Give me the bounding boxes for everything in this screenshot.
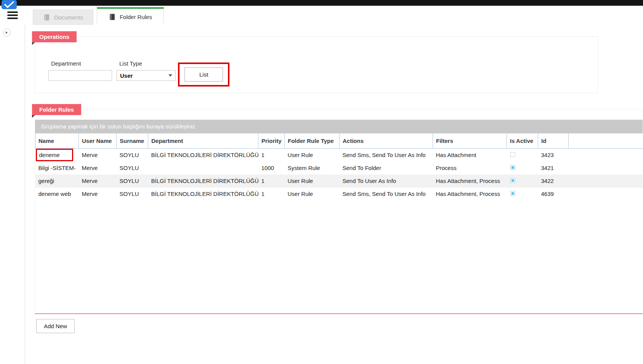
cell-filler	[569, 188, 643, 200]
department-label: Department	[51, 60, 112, 67]
column-header-priority[interactable]: Priority	[258, 133, 285, 149]
is-active-checkbox[interactable]	[510, 165, 515, 170]
cell-surname: SOYLU	[117, 188, 148, 200]
cell-priority: 1000	[258, 162, 285, 175]
column-header-id[interactable]: Id	[538, 133, 569, 149]
cell-actions: Send Sms, Send To User As Info	[340, 188, 433, 200]
cell-priority: 1	[258, 175, 285, 188]
cell-surname: SOYLU	[117, 175, 148, 188]
cell-department: BİLGİ TEKNOLOJİLERİ DİREKTÖRLÜĞÜ	[148, 188, 258, 200]
tab-documents[interactable]: Documents	[33, 10, 93, 25]
cell-name: deneme	[35, 149, 79, 162]
cell-id: 3423	[538, 149, 569, 162]
grid-group-drop-zone[interactable]: Gruplama yapmak için bir sütun başlığını…	[35, 120, 643, 133]
cell-name: gereği	[35, 175, 79, 188]
cell-id: 4639	[538, 188, 569, 200]
tab-documents-label: Documents	[54, 14, 83, 21]
cell-user-name: Merve	[79, 175, 117, 188]
cell-department: BİLGİ TEKNOLOJİLERİ DİREKTÖRLÜĞÜ	[148, 149, 258, 162]
department-input[interactable]	[48, 70, 112, 81]
list-button[interactable]: List	[184, 67, 223, 82]
cell-actions: Send To User As Info	[340, 175, 433, 188]
cell-name: Bilgi -SİSTEM-	[35, 162, 79, 175]
list-type-selected-value: User	[117, 72, 168, 79]
cell-department	[148, 162, 258, 175]
cell-priority: 1	[258, 149, 285, 162]
cell-is-active	[507, 175, 538, 188]
cell-filters: Has Attachment, Process	[433, 175, 507, 188]
cell-user-name: Merve	[79, 188, 117, 200]
annotation-box-name-cell: deneme	[36, 149, 73, 161]
cell-filters: Has Attachment, Process	[433, 188, 507, 200]
book-icon	[43, 14, 50, 21]
cell-filler	[569, 149, 643, 162]
tab-folder-rules[interactable]: Folder Rules	[97, 7, 164, 25]
folder-rules-panel: Folder Rules Gruplama yapmak için bir sü…	[35, 109, 643, 314]
is-active-checkbox[interactable]	[510, 178, 515, 183]
cell-rule-type: User Rule	[285, 188, 340, 200]
cell-is-active	[507, 162, 538, 175]
chevron-down-icon	[168, 74, 172, 77]
list-type-label: List Type	[119, 60, 176, 67]
is-active-checkbox[interactable]	[510, 191, 515, 196]
cell-user-name: Merve	[79, 149, 117, 162]
cell-surname: SOYLU	[117, 162, 148, 175]
cell-id: 3422	[538, 175, 569, 188]
tab-folder-rules-label: Folder Rules	[120, 14, 152, 20]
grid-empty-area	[35, 200, 643, 313]
operations-panel: Operations Department List Type User Lis…	[35, 36, 598, 93]
folder-rules-table: Name User Name Surname Department Priori…	[35, 133, 643, 200]
column-header-user-name[interactable]: User Name	[79, 133, 117, 149]
column-header-name[interactable]: Name	[35, 133, 79, 149]
cell-name: deneme web	[35, 188, 79, 200]
list-type-dropdown[interactable]: User	[117, 70, 176, 81]
column-header-department[interactable]: Department	[148, 133, 258, 149]
table-row[interactable]: deneme Merve SOYLU BİLGİ TEKNOLOJİLERİ D…	[35, 149, 643, 162]
tab-strip: Documents Folder Rules	[0, 6, 643, 25]
left-sidebar	[0, 25, 25, 364]
cell-rule-type: User Rule	[285, 149, 340, 162]
book-icon	[109, 13, 116, 21]
cell-rule-type: User Rule	[285, 175, 340, 188]
cell-filters: Has Attachment	[433, 149, 507, 162]
cell-actions: Send To Folder	[340, 162, 433, 175]
column-header-surname[interactable]: Surname	[117, 133, 148, 149]
column-header-folder-rule-type[interactable]: Folder Rule Type	[285, 133, 340, 149]
cell-actions: Send Sms, Send To User As Info	[340, 149, 433, 162]
table-row[interactable]: deneme web Merve SOYLU BİLGİ TEKNOLOJİLE…	[35, 188, 643, 200]
top-bar	[0, 0, 643, 6]
annotation-box-list-button: List	[178, 63, 229, 87]
cell-filler	[569, 162, 643, 175]
column-header-filters[interactable]: Filters	[433, 133, 507, 149]
cell-id: 3421	[538, 162, 569, 175]
column-header-filler	[569, 133, 643, 149]
cell-surname: SOYLU	[117, 149, 148, 162]
folder-rules-section-label: Folder Rules	[32, 104, 81, 115]
is-active-checkbox[interactable]	[510, 152, 515, 157]
cell-is-active	[507, 149, 538, 162]
cell-is-active	[507, 188, 538, 200]
cell-department: BİLGİ TEKNOLOJİLERİ DİREKTÖRLÜĞÜ	[148, 175, 258, 188]
cell-user-name: Merve	[79, 162, 117, 175]
operations-section-label: Operations	[32, 31, 77, 42]
column-header-actions[interactable]: Actions	[340, 133, 433, 149]
cell-filters: Process	[433, 162, 507, 175]
hamburger-menu-icon[interactable]	[7, 10, 18, 21]
cell-filler	[569, 175, 643, 188]
app-logo-icon[interactable]	[2, 0, 18, 11]
add-new-button[interactable]: Add New	[36, 319, 75, 333]
table-header-row: Name User Name Surname Department Priori…	[35, 133, 643, 149]
table-row[interactable]: Bilgi -SİSTEM- Merve SOYLU 1000 System R…	[35, 162, 643, 175]
sidebar-expand-button[interactable]	[3, 29, 11, 37]
cell-priority: 1	[258, 188, 285, 200]
cell-rule-type: System Rule	[285, 162, 340, 175]
table-row[interactable]: gereği Merve SOYLU BİLGİ TEKNOLOJİLERİ D…	[35, 175, 643, 188]
column-header-is-active[interactable]: Is Active	[507, 133, 538, 149]
